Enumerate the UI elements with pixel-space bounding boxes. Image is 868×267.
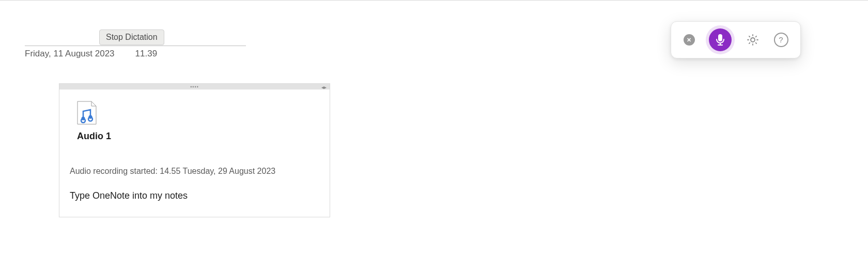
page-date-row: Friday, 11 August 2023 11.39 [25,46,246,59]
note-body[interactable]: Audio 1 Audio recording started: 14.55 T… [59,90,330,217]
page-time: 11.39 [135,49,158,59]
svg-point-0 [82,117,85,121]
svg-point-1 [89,115,92,119]
resize-arrows-icon[interactable]: ◂▸ [321,84,327,90]
audio-title[interactable]: Audio 1 [77,131,319,142]
stop-dictation-tooltip: Stop Dictation [99,29,164,45]
gear-icon [747,34,759,46]
dictation-toolbar: ✕ ? [671,21,801,58]
page-date: Friday, 11 August 2023 [25,49,115,59]
microphone-button[interactable] [709,28,732,51]
audio-recording-meta: Audio recording started: 14.55 Tuesday, … [70,167,319,176]
grip-handle-icon[interactable]: •••• [190,84,199,90]
note-container[interactable]: •••• ◂▸ Audio 1 Audio recording started:… [59,83,330,217]
dictated-text[interactable]: Type OneNote into my notes [70,190,319,201]
settings-button[interactable] [746,33,760,47]
svg-rect-2 [718,34,722,41]
close-icon[interactable]: ✕ [684,34,695,46]
microphone-icon [715,34,725,46]
help-button[interactable]: ? [774,33,788,47]
note-titlebar[interactable]: •••• ◂▸ [59,84,330,90]
audio-file-icon[interactable] [77,101,97,125]
